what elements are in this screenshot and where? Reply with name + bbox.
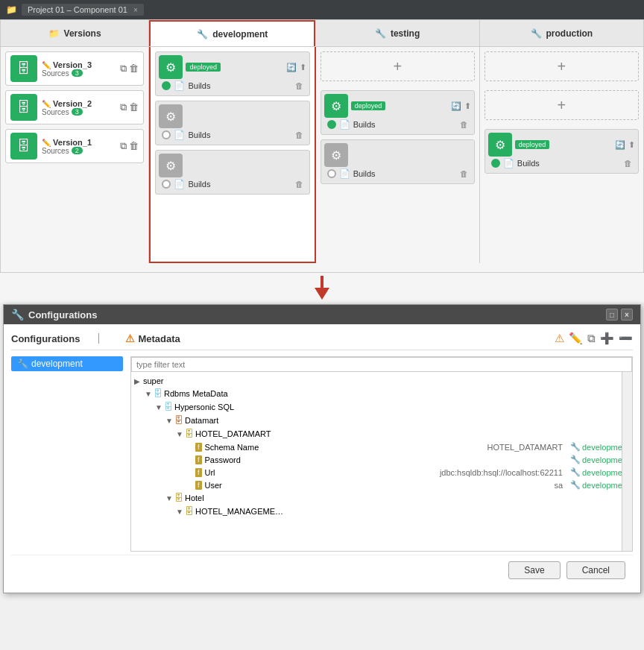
test-row-1-plus[interactable]: + (321, 51, 475, 81)
development-column: ⚙ deployed 🔄 ⬆ 📄 Builds 🗑 ⚙ (149, 47, 315, 263)
alert-icon[interactable]: ⚠ (555, 332, 564, 345)
test-row-2: ⚙ deployed 🔄 ⬆ 📄 Builds 🗑 (321, 90, 475, 135)
dev-row-1-upload[interactable]: ⬆ (300, 63, 306, 72)
dev-row-1-icon: ⚙ (159, 55, 183, 79)
prod-row-3-refresh[interactable]: 🔄 (615, 140, 625, 150)
minimize-btn[interactable]: □ (606, 309, 618, 321)
prod-row-2: + (484, 90, 639, 123)
production-column: + + ⚙ deployed 🔄 ⬆ 📄 Build (480, 47, 643, 263)
test-row-1: + (321, 51, 475, 84)
dev-row-1: ⚙ deployed 🔄 ⬆ 📄 Builds 🗑 (155, 51, 309, 96)
dev-tree-icon: 🔧 (17, 359, 28, 369)
tree-node-user: f User sa 🔧 development (134, 479, 629, 491)
prod-row-3-upload[interactable]: ⬆ (628, 140, 635, 150)
password-env-icon: 🔧 (570, 455, 581, 464)
dev-row-3-icon: ⚙ (159, 154, 183, 177)
prod-row-3-radio[interactable] (491, 159, 500, 168)
tab-component[interactable]: Project 01 – Component 01 × (22, 4, 144, 16)
config-header-row: Configurations ⚠ Metadata ⚠ ✏️ ⧉ ➕ ➖ (11, 332, 633, 350)
cancel-button[interactable]: Cancel (566, 561, 625, 579)
save-button[interactable]: Save (508, 561, 560, 579)
version-1-copy-btn[interactable]: ⧉ (120, 140, 127, 152)
user-env-icon: 🔧 (570, 480, 581, 490)
close-btn[interactable]: × (621, 309, 633, 321)
prod-row-1: + (484, 51, 639, 84)
copy-icon[interactable]: ⧉ (587, 332, 596, 345)
dev-row-3-radio[interactable] (162, 180, 171, 189)
config-title-bar: 🔧 Configurations □ × (4, 305, 640, 324)
dev-row-2: ⚙ 📄 Builds 🗑 (155, 101, 309, 145)
col-header-testing: 🔧 testing (315, 20, 479, 46)
prod-icon: 🔧 (531, 28, 542, 39)
metadata-filter-input[interactable] (131, 357, 632, 372)
prod-row-3: ⚙ deployed 🔄 ⬆ 📄 Builds 🗑 (484, 129, 639, 174)
metadata-section-title: ⚠ Metadata (125, 332, 180, 344)
test-icon: 🔧 (375, 28, 386, 39)
arrow-head (315, 288, 329, 300)
version-2-delete-btn[interactable]: 🗑 (129, 101, 139, 113)
prod-row-1-plus[interactable]: + (484, 51, 639, 81)
folder-icon: 📁 (6, 4, 17, 15)
tree-node-datamart: ▼ 🗄 Datamart (134, 414, 629, 427)
col-header-development: 🔧 development (149, 20, 315, 46)
test-row-3-trash[interactable]: 🗑 (460, 169, 468, 178)
config-left-panel: 🔧 development (11, 356, 123, 371)
versions-column: 🗄 ✏️ Version_3 Sources 3 ⧉ 🗑 (1, 47, 149, 263)
version-2-icon: 🗄 (10, 94, 37, 121)
version-item-1: 🗄 ✏️ Version_1 Sources 2 ⧉ 🗑 (5, 129, 144, 163)
tab-title: Project 01 – Component 01 (28, 5, 127, 14)
version-1-delete-btn[interactable]: 🗑 (129, 140, 139, 152)
dev-row-3-trash[interactable]: 🗑 (295, 180, 303, 189)
versions-folder-icon: 📁 (48, 28, 60, 39)
edit-icon[interactable]: ✏️ (569, 332, 583, 345)
add-icon[interactable]: ➕ (600, 332, 614, 345)
prod-row-2-plus[interactable]: + (484, 90, 639, 120)
tree-node-hotel-management: ▼ 🗄 HOTEL_MANAGEME… (134, 505, 629, 518)
testing-column: + ⚙ deployed 🔄 ⬆ 📄 Builds 🗑 (316, 47, 480, 263)
config-title-icon: 🔧 (11, 309, 24, 321)
tree-node-super: ▶ super (134, 375, 629, 387)
version-1-icon: 🗄 (10, 133, 37, 160)
tab-close[interactable]: × (133, 6, 138, 14)
prod-deployed-badge: deployed (515, 140, 550, 149)
dev-row-1-radio[interactable] (162, 81, 171, 90)
collapse-icon[interactable]: ➖ (619, 332, 633, 345)
dev-icon: 🔧 (197, 29, 208, 40)
test-row-3: ⚙ 📄 Builds 🗑 (321, 139, 475, 184)
version-3-copy-btn[interactable]: ⧉ (120, 63, 127, 75)
test-row-3-radio[interactable] (327, 169, 336, 178)
config-panels: 🔧 development ▶ super ▼ 🗄 (11, 356, 633, 552)
dev-row-2-radio[interactable] (162, 130, 171, 139)
test-row-3-icon: ⚙ (324, 143, 348, 167)
version-3-delete-btn[interactable]: 🗑 (129, 63, 139, 75)
tree-node-url: f Url jdbc:hsqldb:hsql://localhost:62211… (134, 466, 629, 479)
test-row-2-icon: ⚙ (324, 94, 348, 118)
version-1-info: ✏️ Version_1 Sources 2 (42, 138, 116, 155)
config-right-panel: ▶ super ▼ 🗄 Rdbms MetaData ▼ 🗄 Hypersoni… (130, 356, 633, 552)
tree-node-hypersonic: ▼ 🗄 Hypersonic SQL (134, 400, 629, 414)
test-row-2-radio[interactable] (327, 120, 336, 129)
test-row-2-trash[interactable]: 🗑 (460, 120, 468, 129)
warning-icon: ⚠ (125, 332, 135, 344)
title-bar: 📁 Project 01 – Component 01 × (0, 0, 644, 19)
test-row-2-refresh[interactable]: 🔄 (451, 101, 461, 111)
dev-row-1-refresh[interactable]: 🔄 (286, 63, 297, 72)
prod-row-3-trash[interactable]: 🗑 (624, 159, 632, 168)
config-title-text: Configurations (28, 309, 97, 321)
configurations-section-title: Configurations (11, 333, 80, 344)
arrow-container (0, 273, 644, 303)
dev-row-2-trash[interactable]: 🗑 (295, 130, 303, 139)
tree-node-hotel-datamart: ▼ 🗄 HOTEL_DATAMART (134, 427, 629, 441)
tree-node-hotel: ▼ 🗄 Hotel (134, 491, 629, 505)
test-row-2-upload[interactable]: ⬆ (464, 101, 471, 111)
tree-node-password: f Password 🔧 development (134, 453, 629, 466)
version-2-copy-btn[interactable]: ⧉ (120, 101, 127, 113)
tree-node-schema-name: f Schema Name HOTEL_DATAMART 🔧 developme… (134, 441, 629, 453)
dev-row-1-trash[interactable]: 🗑 (295, 81, 303, 90)
tree-node-rdbms: ▼ 🗄 Rdbms MetaData (134, 387, 629, 400)
config-item-development[interactable]: 🔧 development (11, 356, 123, 371)
metadata-scrollbar[interactable] (622, 372, 632, 551)
url-env-icon: 🔧 (570, 467, 581, 477)
test-deployed-badge: deployed (351, 101, 386, 110)
config-body: Configurations ⚠ Metadata ⚠ ✏️ ⧉ ➕ ➖ 🔧 d… (4, 324, 640, 593)
